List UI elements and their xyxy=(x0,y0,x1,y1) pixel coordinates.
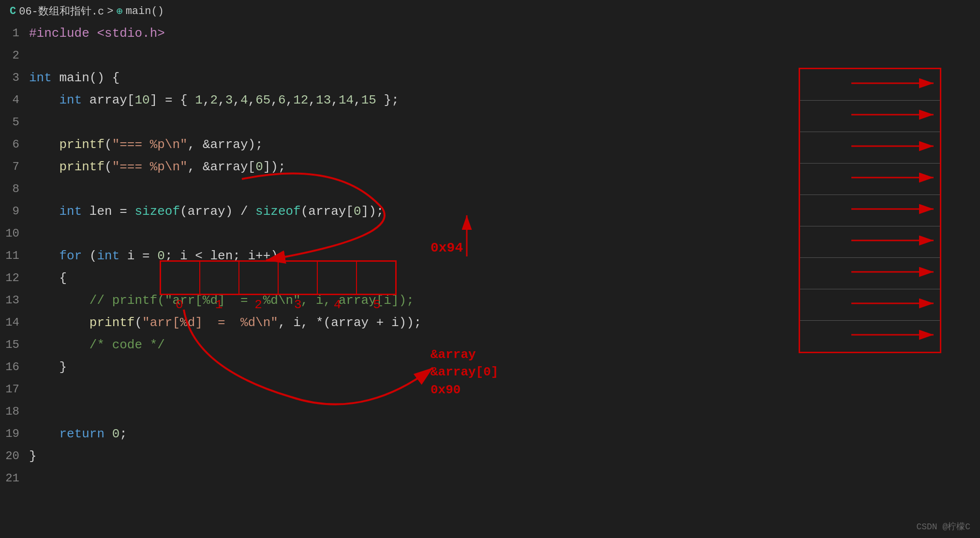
line-content xyxy=(29,45,980,67)
line-number: 17 xyxy=(0,378,29,401)
line-number: 7 xyxy=(0,156,29,178)
memory-row-2 xyxy=(800,101,940,132)
array-cell-2 xyxy=(239,262,279,294)
memory-row-8 xyxy=(800,289,940,321)
line-number: 19 xyxy=(0,423,29,445)
line-number: 11 xyxy=(0,245,29,267)
line-number: 1 xyxy=(0,22,29,45)
line-content xyxy=(29,401,980,423)
line-content: } xyxy=(29,445,980,467)
line-number: 2 xyxy=(0,45,29,67)
memory-row-6 xyxy=(800,226,940,258)
array-cell-5 xyxy=(357,262,395,294)
breadcrumb-lang: C xyxy=(10,5,16,17)
line-content: #include <stdio.h> xyxy=(29,22,980,45)
line-content: return 0; xyxy=(29,423,980,445)
memory-row-1 xyxy=(800,69,940,101)
line-number: 10 xyxy=(0,223,29,245)
code-line: 18 xyxy=(0,401,980,423)
code-line: 20} xyxy=(0,445,980,467)
line-number: 14 xyxy=(0,312,29,334)
array-cell-1 xyxy=(200,262,239,294)
array-index-label: 1 xyxy=(215,298,223,312)
line-number: 12 xyxy=(0,267,29,289)
code-line: 2 xyxy=(0,45,980,67)
line-number: 13 xyxy=(0,289,29,312)
breadcrumb: C 06-数组和指针.c > ⊕ main() xyxy=(0,0,980,22)
line-content xyxy=(29,378,980,401)
array-index-label: 0 xyxy=(176,298,183,312)
array-cell-4 xyxy=(318,262,357,294)
breadcrumb-func-icon: ⊕ xyxy=(116,5,122,18)
line-number: 21 xyxy=(0,467,29,490)
memory-row-3 xyxy=(800,132,940,164)
line-content xyxy=(29,467,980,490)
line-number: 16 xyxy=(0,356,29,378)
line-number: 4 xyxy=(0,89,29,111)
line-number: 3 xyxy=(0,67,29,89)
code-line: 19 return 0; xyxy=(0,423,980,445)
array-diagram-box xyxy=(160,260,397,295)
memory-row-7 xyxy=(800,258,940,289)
breadcrumb-file: 06-数组和指针.c xyxy=(19,4,104,18)
line-number: 20 xyxy=(0,445,29,467)
memory-row-4 xyxy=(800,164,940,195)
label-array-address: &array&array[0]0x90 xyxy=(431,346,498,399)
array-indices: 012345 xyxy=(160,298,397,312)
code-line: 1#include <stdio.h> xyxy=(0,22,980,45)
array-index-label: 2 xyxy=(254,298,262,312)
label-0x94: 0x94 xyxy=(431,240,463,255)
line-number: 6 xyxy=(0,134,29,156)
breadcrumb-func: main() xyxy=(126,5,164,17)
line-number: 18 xyxy=(0,401,29,423)
array-index-label: 4 xyxy=(334,298,342,312)
watermark: CSDN @柠檬C xyxy=(916,521,970,532)
line-content: } xyxy=(29,356,980,378)
memory-row-5 xyxy=(800,195,940,226)
line-number: 15 xyxy=(0,334,29,356)
array-index-label: 5 xyxy=(373,298,381,312)
code-line: 21 xyxy=(0,467,980,490)
array-cell-0 xyxy=(161,262,200,294)
line-number: 9 xyxy=(0,200,29,223)
line-number: 5 xyxy=(0,111,29,134)
array-index-label: 3 xyxy=(294,298,302,312)
array-cell-3 xyxy=(279,262,318,294)
memory-row-9 xyxy=(800,321,940,352)
memory-diagram xyxy=(799,68,941,353)
breadcrumb-sep: > xyxy=(107,5,113,17)
line-number: 8 xyxy=(0,178,29,200)
